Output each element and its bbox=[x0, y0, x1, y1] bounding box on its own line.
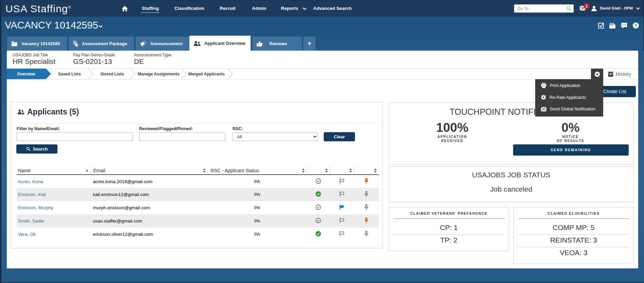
svg-text:?: ? bbox=[634, 23, 637, 28]
